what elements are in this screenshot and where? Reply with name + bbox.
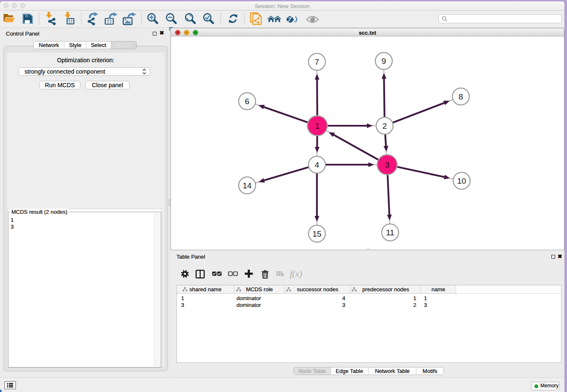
svg-text:9: 9 [382, 57, 386, 66]
svg-text:7: 7 [315, 58, 319, 66]
svg-text:14: 14 [242, 181, 252, 190]
svg-text:1: 1 [315, 121, 320, 130]
svg-text:15: 15 [312, 229, 321, 238]
svg-text:6: 6 [245, 97, 250, 106]
svg-text:10: 10 [457, 177, 466, 185]
svg-text:8: 8 [459, 92, 463, 101]
svg-text:11: 11 [386, 228, 394, 237]
svg-text:2: 2 [383, 121, 387, 130]
svg-text:3: 3 [385, 160, 390, 169]
svg-text:4: 4 [315, 160, 319, 169]
